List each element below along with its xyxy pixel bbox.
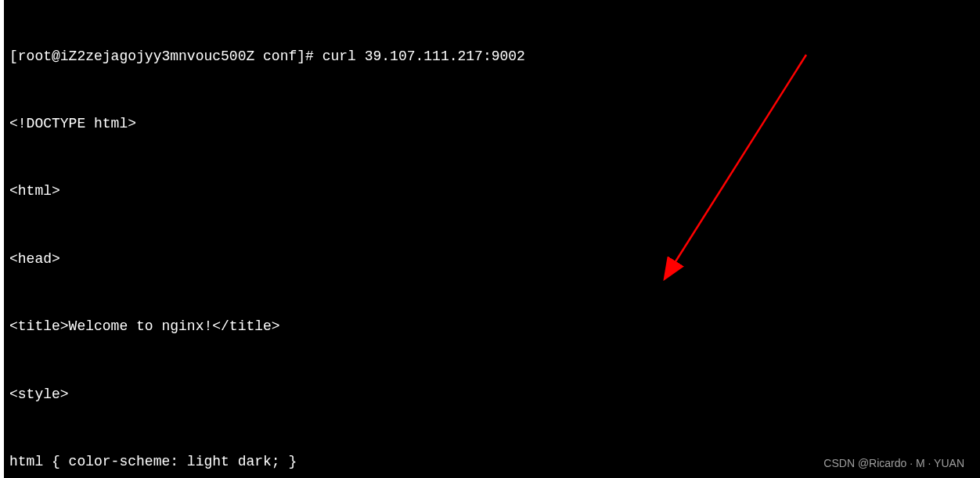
terminal-line: <head> [9, 248, 971, 271]
terminal-line: <html> [9, 180, 971, 203]
terminal-line: <title>Welcome to nginx!</title> [9, 315, 971, 338]
terminal-line: [root@iZ2zejagojyy3mnvouc500Z conf]# cur… [9, 45, 971, 68]
terminal-output[interactable]: [root@iZ2zejagojyy3mnvouc500Z conf]# cur… [9, 0, 971, 478]
left-edge-border [0, 0, 4, 478]
terminal-line: <style> [9, 383, 971, 406]
terminal-line: <!DOCTYPE html> [9, 113, 971, 135]
watermark-text: CSDN @Ricardo · M · YUAN [823, 455, 964, 472]
